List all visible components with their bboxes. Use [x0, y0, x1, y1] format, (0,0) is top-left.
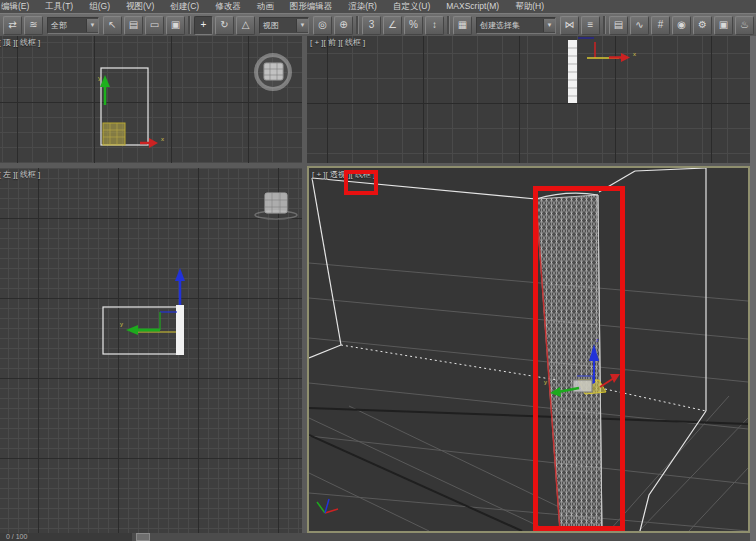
axis-label-y: y — [98, 75, 101, 81]
menu-maxscript[interactable]: MAXScript(M) — [438, 0, 507, 13]
window-crossing-icon[interactable]: ▣ — [166, 16, 185, 35]
viewport-front-scene: x — [307, 36, 750, 163]
select-and-manipulate-icon[interactable]: ⊕ — [334, 16, 353, 35]
command-panel-edge — [750, 36, 756, 541]
select-object-icon[interactable]: ↖ — [103, 16, 122, 35]
axis-label-y: y — [120, 321, 123, 327]
viewport-left-label[interactable]: [ + ][ 左 ][ 线框 ] — [0, 169, 40, 180]
viewport-top-scene: y x — [0, 36, 302, 163]
viewport-splitter-horizontal-right[interactable] — [307, 163, 750, 166]
axis-gizmo[interactable]: x — [578, 38, 636, 62]
menu-graph-editors[interactable]: 图形编辑器 — [282, 0, 341, 13]
viewcube[interactable] — [256, 55, 290, 89]
viewport-perspective-scene: z x y — [309, 168, 748, 531]
axis-gizmo[interactable]: y — [120, 268, 185, 335]
viewport-perspective[interactable]: [ + ][ 透视 ][ 线框 ] — [307, 166, 750, 533]
toolbar-separator — [188, 16, 191, 34]
floor-grid-axes — [309, 408, 748, 531]
rectangular-selection-region-icon[interactable]: ▭ — [145, 16, 164, 35]
select-by-name-icon[interactable]: ▤ — [124, 16, 143, 35]
menu-tools[interactable]: 工具(T) — [37, 0, 81, 13]
viewport-front[interactable]: [ + ][ 前 ][ 线框 ] x — [307, 36, 750, 163]
rendered-frame-window-icon[interactable]: ▣ — [714, 16, 733, 35]
render-production-icon[interactable]: ♨ — [735, 16, 754, 35]
plane-object[interactable] — [176, 305, 184, 355]
named-selection-sets-dropdown[interactable]: 创建选择集 ▼ — [476, 17, 556, 34]
axis-label-x: x — [633, 51, 636, 57]
menu-views[interactable]: 视图(V) — [118, 0, 162, 13]
menu-group[interactable]: 组(G) — [81, 0, 118, 13]
viewcube[interactable] — [255, 193, 297, 219]
menu-edit[interactable]: 编辑(E) — [0, 0, 37, 13]
layer-manager-icon[interactable]: ▤ — [609, 16, 628, 35]
reference-coordinate-value: 视图 — [260, 20, 296, 31]
chevron-down-icon[interactable]: ▼ — [543, 19, 555, 32]
annotation-box-column — [533, 186, 625, 531]
schematic-view-icon[interactable]: # — [651, 16, 670, 35]
floor-wall-dotted-edge — [341, 345, 706, 411]
menu-animation[interactable]: 动画 — [249, 0, 282, 13]
chevron-down-icon[interactable]: ▼ — [86, 19, 98, 32]
viewport-left[interactable]: [ + ][ 左 ][ 线框 ] y — [0, 168, 302, 533]
mirror-icon[interactable]: ⋈ — [560, 16, 579, 35]
3dsmax-window: 编辑(E) 工具(T) 组(G) 视图(V) 创建(C) 修改器 动画 图形编辑… — [0, 0, 756, 541]
menu-customize[interactable]: 自定义(U) — [385, 0, 438, 13]
select-and-scale-icon[interactable]: △ — [236, 16, 255, 35]
selection-filter-value: 全部 — [48, 20, 86, 31]
viewport-top-label[interactable]: [ + ][ 顶 ][ 线框 ] — [0, 37, 40, 48]
menu-modifiers[interactable]: 修改器 — [207, 0, 249, 13]
time-slider-handle[interactable] — [136, 533, 150, 541]
viewport-left-scene: y — [0, 168, 302, 533]
reference-coordinate-dropdown[interactable]: 视图 ▼ — [259, 17, 309, 34]
use-pivot-point-center-icon[interactable]: ◎ — [313, 16, 332, 35]
annotation-box-label — [344, 170, 378, 195]
axis-label-x: x — [161, 136, 164, 142]
room-wireframe[interactable] — [309, 168, 706, 531]
world-axis-tripod — [317, 499, 338, 513]
chevron-down-icon[interactable]: ▼ — [296, 19, 308, 32]
main-toolbar: ⇄ ≋ 全部 ▼ ↖ ▤ ▭ ▣ + ↻ △ 视图 ▼ ◎ ⊕ 3 ∠ % ↕ … — [0, 13, 756, 36]
selection-filter-dropdown[interactable]: 全部 ▼ — [47, 17, 99, 34]
toolbar-separator — [447, 16, 450, 34]
floor-grid — [309, 263, 748, 531]
viewport-front-label[interactable]: [ + ][ 前 ][ 线框 ] — [310, 37, 365, 48]
selected-sub-object[interactable] — [103, 123, 125, 145]
viewport-splitter-horizontal-left[interactable] — [0, 163, 302, 168]
curve-editor-icon[interactable]: ∿ — [630, 16, 649, 35]
edit-named-selection-sets-icon[interactable]: ▦ — [453, 16, 472, 35]
select-and-move-icon[interactable]: + — [194, 16, 213, 35]
angle-snap-icon[interactable]: ∠ — [383, 16, 402, 35]
frame-indicator: 0 / 100 — [0, 533, 132, 541]
select-and-link-icon[interactable]: ⇄ — [3, 16, 22, 35]
track-bar[interactable]: 0 / 100 — [0, 533, 750, 541]
menu-create[interactable]: 创建(C) — [162, 0, 207, 13]
bind-to-space-warp-icon[interactable]: ≋ — [24, 16, 43, 35]
viewport-top[interactable]: [ + ][ 顶 ][ 线框 ] y x — [0, 36, 302, 163]
material-editor-icon[interactable]: ◉ — [672, 16, 691, 35]
align-icon[interactable]: ≡ — [581, 16, 600, 35]
render-setup-icon[interactable]: ⚙ — [693, 16, 712, 35]
named-selection-sets-value: 创建选择集 — [477, 20, 543, 31]
menu-bar: 编辑(E) 工具(T) 组(G) 视图(V) 创建(C) 修改器 动画 图形编辑… — [0, 0, 756, 13]
select-and-rotate-icon[interactable]: ↻ — [215, 16, 234, 35]
menu-rendering[interactable]: 渲染(R) — [340, 0, 385, 13]
toolbar-separator — [603, 16, 606, 34]
snaps-toggle-icon[interactable]: 3 — [362, 16, 381, 35]
toolbar-separator — [356, 16, 359, 34]
spinner-snap-icon[interactable]: ↕ — [425, 16, 444, 35]
menu-help[interactable]: 帮助(H) — [507, 0, 552, 13]
percent-snap-icon[interactable]: % — [404, 16, 423, 35]
viewport-splitter-vertical[interactable] — [302, 36, 307, 533]
